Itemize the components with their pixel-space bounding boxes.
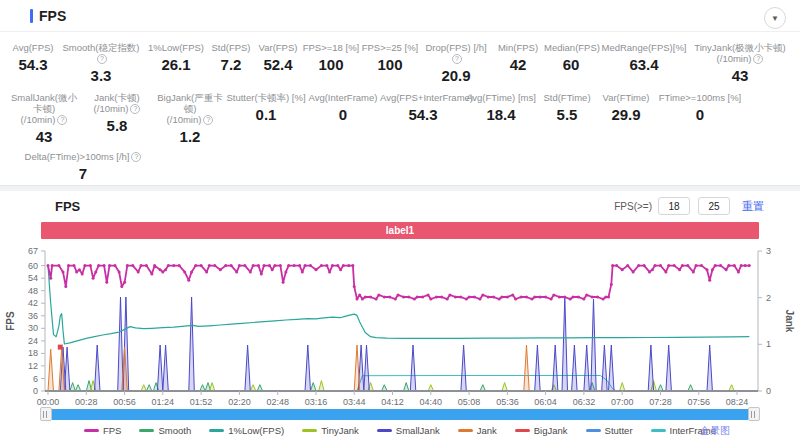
stat-label: BigJank(严重卡顿) (/10min)?	[154, 92, 226, 125]
stat-cell: FPS>=25 [%]100	[360, 42, 420, 84]
legend-item-1-low-fps-[interactable]: 1%Low(FPS)	[209, 425, 284, 436]
datazoom-scrollbar	[40, 407, 760, 421]
stat-cell: Std(FPS)7.2	[208, 42, 254, 84]
stat-cell: Smooth(稳定指数)?3.3	[58, 42, 144, 84]
svg-text:6: 6	[33, 374, 38, 384]
legend-item-bigjank[interactable]: BigJank	[515, 425, 568, 436]
bigjank-series	[58, 345, 63, 350]
legend-label: 1%Low(FPS)	[228, 425, 284, 436]
label1-banner: label1	[41, 222, 759, 239]
stat-label: Drop(FPS) [/h]?	[420, 42, 492, 64]
fps-filter-label: FPS(>=)	[614, 201, 652, 212]
legend-item-smalljank[interactable]: SmallJank	[377, 425, 440, 436]
stat-cell: 1%Low(FPS)26.1	[144, 42, 208, 84]
stat-value: 26.1	[144, 56, 208, 73]
stat-value: 20.9	[420, 67, 492, 84]
panel-title: FPS	[39, 8, 66, 24]
chart-legend: FPSSmooth1%Low(FPS)TinyJankSmallJankJank…	[0, 423, 800, 437]
info-icon[interactable]: ?	[57, 115, 67, 125]
stat-cell: Var(FTime)29.9	[598, 92, 654, 145]
stat-cell: BigJank(严重卡顿) (/10min)?1.2	[154, 92, 226, 145]
stat-label: Median(FPS)	[544, 42, 598, 53]
legend-item-jank[interactable]: Jank	[458, 425, 497, 436]
stat-label: Smooth(稳定指数)?	[58, 42, 144, 64]
fps-stats-panel: FPS ▼ Avg(FPS)54.3Smooth(稳定指数)?3.31%Low(…	[0, 0, 800, 186]
stat-label: Avg(FPS)	[8, 42, 58, 53]
datazoom-right-handle[interactable]	[748, 407, 760, 421]
stat-cell: Median(FPS)60	[544, 42, 598, 84]
svg-text:02:20: 02:20	[228, 397, 251, 407]
stat-value: 29.9	[598, 106, 654, 123]
stat-label: FPS>=18 [%]	[302, 42, 360, 53]
info-icon[interactable]: ?	[452, 54, 462, 64]
stat-label: Jank(卡顿) (/10min)?	[80, 92, 154, 114]
svg-text:00:28: 00:28	[75, 397, 98, 407]
fps-line-chart[interactable]: 0612182430364248546067012300:0000:2800:5…	[0, 241, 800, 409]
stat-value: 43	[690, 67, 790, 84]
svg-text:06:32: 06:32	[573, 397, 596, 407]
legend-marker	[515, 429, 530, 432]
svg-text:07:28: 07:28	[649, 397, 672, 407]
y-right-axis-label: Jank	[784, 310, 795, 333]
legend-item-stutter[interactable]: Stutter	[586, 425, 633, 436]
info-icon[interactable]: ?	[97, 54, 107, 64]
legend-item-smooth[interactable]: Smooth	[139, 425, 191, 436]
perfdog-fps-page: PerfDog PerfDog PerfDog PerfDog PerfDog …	[0, 0, 800, 437]
stat-value: 54.3	[380, 106, 466, 123]
fps-chart-panel: FPS FPS(>=) 重置 label1 061218243036424854…	[0, 191, 800, 437]
legend-item-fps[interactable]: FPS	[84, 425, 121, 436]
stat-value: 7	[8, 165, 158, 182]
stat-label: 1%Low(FPS)	[144, 42, 208, 53]
svg-text:07:56: 07:56	[688, 397, 711, 407]
stat-label: SmallJank(微小卡顿) (/10min)?	[8, 92, 80, 125]
datazoom-track[interactable]	[52, 409, 748, 420]
svg-text:2: 2	[766, 293, 771, 303]
stat-cell: Avg(FTime) [ms]18.4	[466, 92, 536, 145]
stat-label: MedRange(FPS)[%]	[598, 42, 690, 53]
legend-label: BigJank	[534, 425, 568, 436]
svg-text:01:52: 01:52	[190, 397, 213, 407]
info-icon[interactable]: ?	[131, 152, 141, 162]
stats-row-2: SmallJank(微小卡顿) (/10min)?43Jank(卡顿) (/10…	[0, 92, 800, 145]
svg-text:04:40: 04:40	[420, 397, 443, 407]
stats-row-3: Delta(FTime)>100ms [/h]?7	[0, 151, 800, 182]
info-icon[interactable]: ?	[753, 54, 763, 64]
info-icon[interactable]: ?	[203, 115, 213, 125]
stat-cell: SmallJank(微小卡顿) (/10min)?43	[8, 92, 80, 145]
fps-threshold-input-1[interactable]	[658, 197, 690, 215]
legend-item-tinyjank[interactable]: TinyJank	[302, 425, 359, 436]
stat-cell: Avg(FPS+InterFrame)54.3	[380, 92, 466, 145]
svg-text:60: 60	[28, 261, 38, 271]
stat-label: FTime>=100ms [%]	[654, 92, 746, 103]
fps-threshold-filter: FPS(>=) 重置	[614, 197, 764, 215]
stat-cell: Var(FPS)52.4	[254, 42, 302, 84]
stat-label: TinyJank(极微小卡顿) (/10min)?	[690, 42, 790, 64]
svg-text:05:08: 05:08	[458, 397, 481, 407]
stat-value: 0.1	[226, 106, 306, 123]
smalljank-series	[60, 297, 712, 391]
stat-label: Stutter(卡顿率) [%]	[226, 92, 306, 103]
fps-threshold-input-2[interactable]	[698, 197, 730, 215]
collapse-button[interactable]: ▼	[764, 7, 786, 29]
svg-text:00:56: 00:56	[113, 397, 136, 407]
info-icon[interactable]: ?	[130, 104, 140, 114]
overview-link[interactable]: 全景图	[700, 424, 730, 437]
svg-text:12: 12	[28, 361, 38, 371]
legend-marker	[302, 429, 317, 432]
svg-text:1: 1	[766, 339, 771, 349]
stat-label: Delta(FTime)>100ms [/h]?	[8, 151, 158, 162]
reset-button[interactable]: 重置	[742, 199, 764, 214]
svg-text:06:04: 06:04	[534, 397, 557, 407]
stat-value: 63.4	[598, 56, 690, 73]
legend-marker	[377, 429, 392, 432]
title-accent-bar	[30, 9, 33, 23]
legend-marker	[84, 429, 99, 432]
stat-label: Min(FPS)	[492, 42, 544, 53]
stat-value: 0	[654, 106, 746, 123]
stat-label: Std(FPS)	[208, 42, 254, 53]
stat-label: Avg(FTime) [ms]	[466, 92, 536, 103]
datazoom-left-handle[interactable]	[40, 407, 52, 421]
legend-label: SmallJank	[396, 425, 440, 436]
stat-cell: Std(FTime)5.5	[536, 92, 598, 145]
stat-cell: FTime>=100ms [%]0	[654, 92, 746, 145]
